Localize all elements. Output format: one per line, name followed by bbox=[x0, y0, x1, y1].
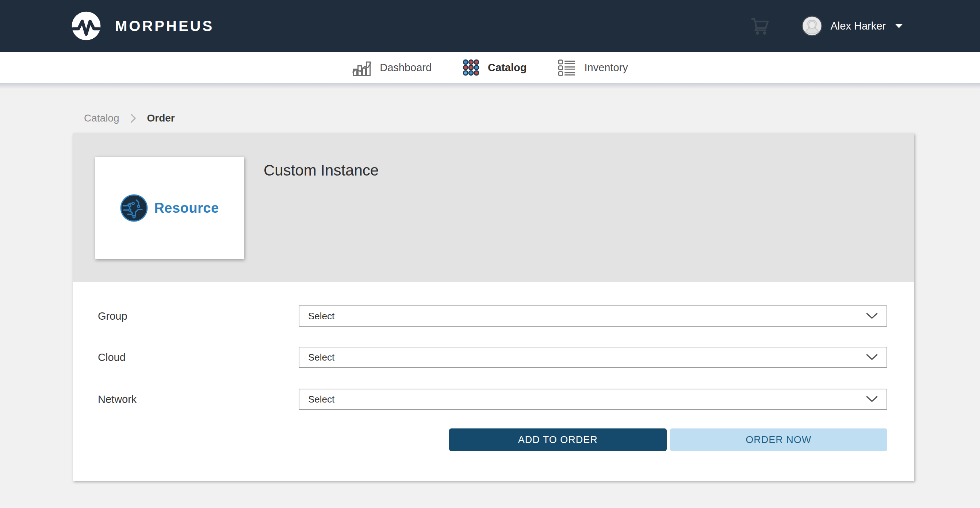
order-actions: ADD TO ORDER ORDER NOW bbox=[449, 429, 887, 451]
chevron-right-icon bbox=[130, 113, 136, 123]
nav-label-catalog: Catalog bbox=[488, 62, 527, 74]
topbar: MORPHEUS Alex Harker bbox=[0, 0, 980, 52]
bar-chart-icon bbox=[352, 58, 372, 77]
chevron-down-icon bbox=[866, 396, 878, 403]
breadcrumb: Catalog Order bbox=[84, 113, 175, 124]
order-now-button[interactable]: ORDER NOW bbox=[670, 429, 888, 451]
morpheus-brand[interactable]: MORPHEUS bbox=[71, 11, 214, 41]
chevron-down-icon bbox=[866, 313, 878, 319]
resource-circuit-icon bbox=[120, 194, 148, 222]
network-select[interactable]: Select bbox=[299, 389, 887, 410]
user-menu[interactable]: Alex Harker bbox=[802, 15, 903, 37]
nav-label-dashboard: Dashboard bbox=[380, 62, 431, 74]
cart-icon[interactable] bbox=[750, 16, 770, 36]
field-row-group: Group Select bbox=[98, 305, 887, 327]
order-form: Group Select Cloud Select Network Select bbox=[73, 282, 914, 481]
topbar-right: Alex Harker bbox=[750, 15, 903, 37]
chevron-down-icon bbox=[895, 24, 903, 28]
catalog-item-logo-card: Resource bbox=[95, 157, 244, 259]
nav-item-inventory[interactable]: Inventory bbox=[557, 58, 628, 77]
breadcrumb-current: Order bbox=[147, 113, 175, 124]
breadcrumb-catalog-link[interactable]: Catalog bbox=[84, 113, 119, 124]
cloud-select[interactable]: Select bbox=[299, 347, 887, 368]
field-row-cloud: Cloud Select bbox=[98, 347, 887, 368]
network-label: Network bbox=[98, 394, 299, 405]
main-nav: Dashboard Catalog bbox=[0, 52, 980, 83]
network-select-value: Select bbox=[308, 394, 866, 405]
cloud-label: Cloud bbox=[98, 351, 299, 364]
cloud-select-value: Select bbox=[308, 352, 866, 363]
nav-label-inventory: Inventory bbox=[584, 62, 628, 74]
group-select[interactable]: Select bbox=[299, 305, 887, 327]
brand-name: MORPHEUS bbox=[115, 18, 214, 34]
add-to-order-button[interactable]: ADD TO ORDER bbox=[449, 429, 667, 451]
morpheus-logo-icon bbox=[71, 11, 101, 41]
user-avatar bbox=[802, 15, 822, 37]
nav-item-dashboard[interactable]: Dashboard bbox=[352, 58, 431, 77]
order-card: Resource Custom Instance Group Select Cl… bbox=[73, 133, 914, 481]
chevron-down-icon bbox=[866, 354, 878, 360]
nav-item-catalog[interactable]: Catalog bbox=[462, 59, 527, 76]
user-name: Alex Harker bbox=[830, 20, 886, 32]
order-header: Resource Custom Instance bbox=[73, 133, 914, 282]
group-select-value: Select bbox=[308, 311, 866, 322]
nav-shadow bbox=[0, 83, 980, 89]
catalog-item-logo-text: Resource bbox=[154, 200, 219, 216]
field-row-network: Network Select bbox=[98, 389, 887, 410]
list-icon bbox=[557, 58, 576, 77]
group-label: Group bbox=[98, 310, 299, 322]
grid-dots-icon bbox=[462, 59, 480, 76]
page-title: Custom Instance bbox=[264, 162, 379, 179]
